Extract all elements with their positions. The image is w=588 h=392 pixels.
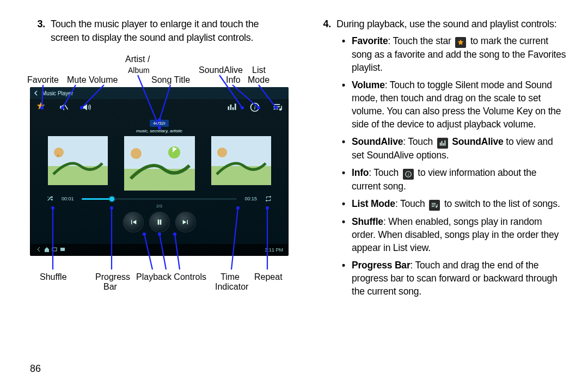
label-artist-l2: Album [128,65,150,75]
next-button[interactable] [175,212,196,232]
track-subtitle: music, secretary, artistic [136,128,182,133]
svg-rect-24 [60,248,65,251]
soundalive-icon[interactable] [226,102,237,113]
label-volume: Volume [89,75,118,85]
progress-bar[interactable] [82,198,237,200]
svg-rect-22 [160,219,161,224]
svg-rect-9 [274,109,278,110]
info-icon[interactable]: i [249,102,260,113]
album-cover-next[interactable] [211,136,271,185]
app-title: Music Player [42,90,73,96]
album-cover-prev[interactable] [48,136,108,185]
label-time-l2: Indicator [215,282,248,292]
step-4-text: During playback, use the sound and playl… [336,17,556,31]
step-4-number: 4. [316,17,331,31]
label-favorite: Favorite [27,75,59,85]
label-mute: Mute [67,75,87,85]
bullet-shuffle: Shuffle: When enabled, songs play in ran… [342,215,566,254]
info-circle-icon: i [403,169,414,180]
label-soundalive: SoundAlive [199,65,243,75]
list-icon [429,200,440,211]
svg-rect-1 [228,106,230,110]
step-3-number: 3. [30,17,45,45]
star-icon [455,37,466,48]
label-time-l1: Time [220,272,240,282]
shuffle-icon[interactable] [46,195,54,203]
label-info: Info [226,75,241,85]
svg-text:i: i [408,172,409,177]
nav-home-icon[interactable] [44,246,50,253]
nav-capture-icon[interactable] [59,246,66,253]
svg-rect-2 [230,105,232,110]
prev-button[interactable] [123,212,144,232]
time-total: 00:15 [244,196,257,201]
svg-point-20 [217,148,227,157]
favorite-button[interactable] [35,101,46,114]
mute-icon[interactable] [58,102,69,113]
svg-point-17 [131,148,142,159]
nav-recent-icon[interactable] [51,246,58,253]
svg-rect-4 [235,103,236,110]
label-progress-l1: Progress [95,272,130,282]
svg-rect-23 [52,248,57,251]
svg-rect-57 [443,143,444,146]
list-mode-icon[interactable] [272,102,283,113]
svg-rect-8 [274,106,280,107]
bullet-volume: Volume: Touch to toggle Silent mode and … [342,78,566,131]
step-3-text: Touch the music player to enlarge it and… [51,17,289,45]
label-repeat: Repeat [254,272,283,282]
bullet-progress-bar: Progress Bar: Touch and drag the end of … [342,259,566,298]
svg-rect-12 [48,166,108,185]
svg-rect-3 [232,107,234,110]
svg-rect-15 [124,169,195,191]
svg-rect-61 [432,203,436,204]
track-fraction: 2/3 [30,204,289,209]
svg-rect-56 [441,141,442,146]
svg-rect-19 [211,166,271,185]
label-progress-l2: Bar [103,282,117,292]
status-clock: 3:11 PM [265,247,283,253]
nav-back-icon[interactable] [35,246,42,253]
equalizer-icon [437,138,448,149]
track-id: 44f32r [150,120,169,127]
repeat-icon[interactable] [265,195,272,203]
label-playback-controls: Playback Controls [136,272,206,282]
label-artist-l1: Artist / [125,54,150,64]
svg-line-0 [65,105,68,109]
play-pause-button[interactable] [149,212,170,232]
svg-rect-58 [444,140,445,146]
back-icon [33,90,39,96]
album-cover-current[interactable] [124,136,195,191]
svg-rect-63 [432,206,434,207]
time-elapsed: 00:01 [62,196,74,201]
svg-text:i: i [254,104,255,111]
svg-rect-55 [439,143,440,146]
bullet-soundalive: SoundAlive: Touch SoundAlive to view and… [342,135,566,162]
page-number: 86 [30,363,41,375]
volume-icon[interactable] [81,102,92,113]
label-shuffle: Shuffle [40,272,67,282]
music-player-screenshot: Music Player i 44f32r music, secretary, … [30,87,289,256]
bullet-info: Info: Touch i to view information about … [342,166,566,193]
svg-rect-62 [432,205,436,205]
svg-rect-7 [274,104,280,105]
label-listmode-l1: List [252,65,266,75]
label-song-title: Song Title [151,75,190,85]
bullet-list-mode: List Mode: Touch to switch to the list o… [342,197,566,211]
label-listmode-l2: Mode [248,75,270,85]
bullet-favorite: Favorite: Touch the star to mark the cur… [342,34,566,74]
svg-rect-21 [157,219,159,224]
